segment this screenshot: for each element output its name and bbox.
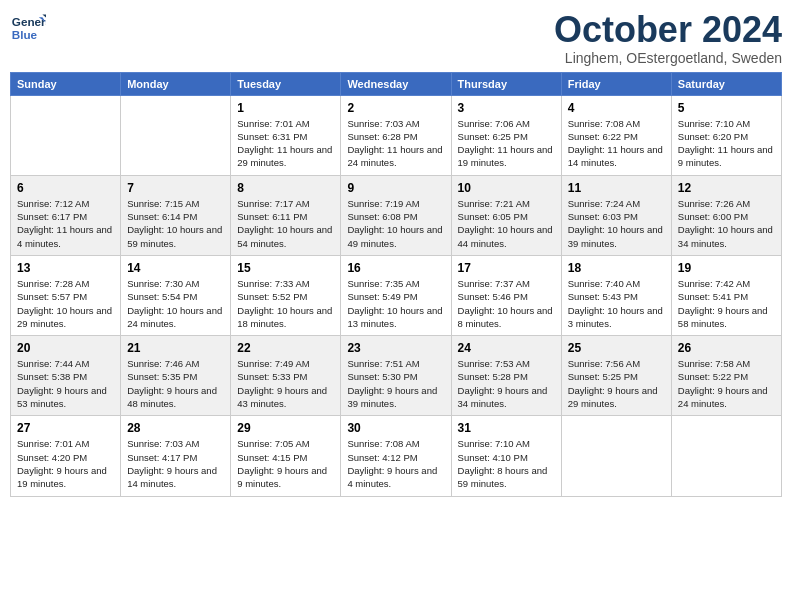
day-cell: 8Sunrise: 7:17 AM Sunset: 6:11 PM Daylig… [231, 175, 341, 255]
day-number: 1 [237, 101, 334, 115]
calendar-table: SundayMondayTuesdayWednesdayThursdayFrid… [10, 72, 782, 497]
day-cell: 29Sunrise: 7:05 AM Sunset: 4:15 PM Dayli… [231, 416, 341, 496]
day-number: 31 [458, 421, 555, 435]
day-cell: 21Sunrise: 7:46 AM Sunset: 5:35 PM Dayli… [121, 336, 231, 416]
day-info: Sunrise: 7:35 AM Sunset: 5:49 PM Dayligh… [347, 277, 444, 330]
day-cell: 14Sunrise: 7:30 AM Sunset: 5:54 PM Dayli… [121, 255, 231, 335]
col-header-saturday: Saturday [671, 72, 781, 95]
day-cell [561, 416, 671, 496]
day-number: 28 [127, 421, 224, 435]
day-number: 23 [347, 341, 444, 355]
day-info: Sunrise: 7:49 AM Sunset: 5:33 PM Dayligh… [237, 357, 334, 410]
day-number: 25 [568, 341, 665, 355]
week-row-5: 27Sunrise: 7:01 AM Sunset: 4:20 PM Dayli… [11, 416, 782, 496]
week-row-1: 1Sunrise: 7:01 AM Sunset: 6:31 PM Daylig… [11, 95, 782, 175]
day-info: Sunrise: 7:53 AM Sunset: 5:28 PM Dayligh… [458, 357, 555, 410]
svg-text:Blue: Blue [12, 28, 38, 41]
day-cell: 5Sunrise: 7:10 AM Sunset: 6:20 PM Daylig… [671, 95, 781, 175]
day-number: 26 [678, 341, 775, 355]
day-number: 10 [458, 181, 555, 195]
day-info: Sunrise: 7:28 AM Sunset: 5:57 PM Dayligh… [17, 277, 114, 330]
day-number: 16 [347, 261, 444, 275]
col-header-sunday: Sunday [11, 72, 121, 95]
day-number: 14 [127, 261, 224, 275]
day-cell: 25Sunrise: 7:56 AM Sunset: 5:25 PM Dayli… [561, 336, 671, 416]
day-info: Sunrise: 7:21 AM Sunset: 6:05 PM Dayligh… [458, 197, 555, 250]
day-number: 9 [347, 181, 444, 195]
day-info: Sunrise: 7:56 AM Sunset: 5:25 PM Dayligh… [568, 357, 665, 410]
day-number: 2 [347, 101, 444, 115]
day-cell: 1Sunrise: 7:01 AM Sunset: 6:31 PM Daylig… [231, 95, 341, 175]
day-info: Sunrise: 7:01 AM Sunset: 4:20 PM Dayligh… [17, 437, 114, 490]
day-number: 4 [568, 101, 665, 115]
day-cell: 26Sunrise: 7:58 AM Sunset: 5:22 PM Dayli… [671, 336, 781, 416]
day-number: 17 [458, 261, 555, 275]
day-info: Sunrise: 7:12 AM Sunset: 6:17 PM Dayligh… [17, 197, 114, 250]
day-cell: 3Sunrise: 7:06 AM Sunset: 6:25 PM Daylig… [451, 95, 561, 175]
day-cell: 27Sunrise: 7:01 AM Sunset: 4:20 PM Dayli… [11, 416, 121, 496]
day-cell: 12Sunrise: 7:26 AM Sunset: 6:00 PM Dayli… [671, 175, 781, 255]
week-row-3: 13Sunrise: 7:28 AM Sunset: 5:57 PM Dayli… [11, 255, 782, 335]
day-number: 11 [568, 181, 665, 195]
day-info: Sunrise: 7:10 AM Sunset: 4:10 PM Dayligh… [458, 437, 555, 490]
day-info: Sunrise: 7:17 AM Sunset: 6:11 PM Dayligh… [237, 197, 334, 250]
week-row-4: 20Sunrise: 7:44 AM Sunset: 5:38 PM Dayli… [11, 336, 782, 416]
day-cell: 17Sunrise: 7:37 AM Sunset: 5:46 PM Dayli… [451, 255, 561, 335]
day-cell: 19Sunrise: 7:42 AM Sunset: 5:41 PM Dayli… [671, 255, 781, 335]
day-cell: 31Sunrise: 7:10 AM Sunset: 4:10 PM Dayli… [451, 416, 561, 496]
col-header-friday: Friday [561, 72, 671, 95]
day-cell: 22Sunrise: 7:49 AM Sunset: 5:33 PM Dayli… [231, 336, 341, 416]
day-cell: 6Sunrise: 7:12 AM Sunset: 6:17 PM Daylig… [11, 175, 121, 255]
title-block: October 2024 Linghem, OEstergoetland, Sw… [554, 10, 782, 66]
location-subtitle: Linghem, OEstergoetland, Sweden [554, 50, 782, 66]
day-cell: 30Sunrise: 7:08 AM Sunset: 4:12 PM Dayli… [341, 416, 451, 496]
day-cell: 9Sunrise: 7:19 AM Sunset: 6:08 PM Daylig… [341, 175, 451, 255]
day-number: 5 [678, 101, 775, 115]
day-number: 8 [237, 181, 334, 195]
day-cell: 16Sunrise: 7:35 AM Sunset: 5:49 PM Dayli… [341, 255, 451, 335]
logo-icon: General Blue [10, 10, 46, 46]
day-info: Sunrise: 7:58 AM Sunset: 5:22 PM Dayligh… [678, 357, 775, 410]
day-info: Sunrise: 7:08 AM Sunset: 4:12 PM Dayligh… [347, 437, 444, 490]
col-header-wednesday: Wednesday [341, 72, 451, 95]
day-info: Sunrise: 7:15 AM Sunset: 6:14 PM Dayligh… [127, 197, 224, 250]
day-info: Sunrise: 7:08 AM Sunset: 6:22 PM Dayligh… [568, 117, 665, 170]
header-row: SundayMondayTuesdayWednesdayThursdayFrid… [11, 72, 782, 95]
page-header: General Blue General Blue October 2024 L… [10, 10, 782, 66]
day-number: 7 [127, 181, 224, 195]
day-info: Sunrise: 7:42 AM Sunset: 5:41 PM Dayligh… [678, 277, 775, 330]
day-cell: 28Sunrise: 7:03 AM Sunset: 4:17 PM Dayli… [121, 416, 231, 496]
day-cell: 2Sunrise: 7:03 AM Sunset: 6:28 PM Daylig… [341, 95, 451, 175]
day-cell: 4Sunrise: 7:08 AM Sunset: 6:22 PM Daylig… [561, 95, 671, 175]
day-number: 24 [458, 341, 555, 355]
day-number: 27 [17, 421, 114, 435]
day-info: Sunrise: 7:44 AM Sunset: 5:38 PM Dayligh… [17, 357, 114, 410]
day-info: Sunrise: 7:40 AM Sunset: 5:43 PM Dayligh… [568, 277, 665, 330]
month-title: October 2024 [554, 10, 782, 50]
day-info: Sunrise: 7:06 AM Sunset: 6:25 PM Dayligh… [458, 117, 555, 170]
day-info: Sunrise: 7:51 AM Sunset: 5:30 PM Dayligh… [347, 357, 444, 410]
day-info: Sunrise: 7:03 AM Sunset: 4:17 PM Dayligh… [127, 437, 224, 490]
day-cell [121, 95, 231, 175]
col-header-tuesday: Tuesday [231, 72, 341, 95]
day-cell: 7Sunrise: 7:15 AM Sunset: 6:14 PM Daylig… [121, 175, 231, 255]
day-number: 20 [17, 341, 114, 355]
day-info: Sunrise: 7:03 AM Sunset: 6:28 PM Dayligh… [347, 117, 444, 170]
day-info: Sunrise: 7:30 AM Sunset: 5:54 PM Dayligh… [127, 277, 224, 330]
day-number: 30 [347, 421, 444, 435]
day-cell [671, 416, 781, 496]
col-header-monday: Monday [121, 72, 231, 95]
col-header-thursday: Thursday [451, 72, 561, 95]
day-cell: 20Sunrise: 7:44 AM Sunset: 5:38 PM Dayli… [11, 336, 121, 416]
day-number: 3 [458, 101, 555, 115]
day-number: 22 [237, 341, 334, 355]
day-info: Sunrise: 7:46 AM Sunset: 5:35 PM Dayligh… [127, 357, 224, 410]
day-number: 6 [17, 181, 114, 195]
logo: General Blue General Blue [10, 10, 46, 46]
day-cell: 11Sunrise: 7:24 AM Sunset: 6:03 PM Dayli… [561, 175, 671, 255]
day-info: Sunrise: 7:33 AM Sunset: 5:52 PM Dayligh… [237, 277, 334, 330]
day-cell: 15Sunrise: 7:33 AM Sunset: 5:52 PM Dayli… [231, 255, 341, 335]
day-cell [11, 95, 121, 175]
day-cell: 23Sunrise: 7:51 AM Sunset: 5:30 PM Dayli… [341, 336, 451, 416]
day-info: Sunrise: 7:19 AM Sunset: 6:08 PM Dayligh… [347, 197, 444, 250]
